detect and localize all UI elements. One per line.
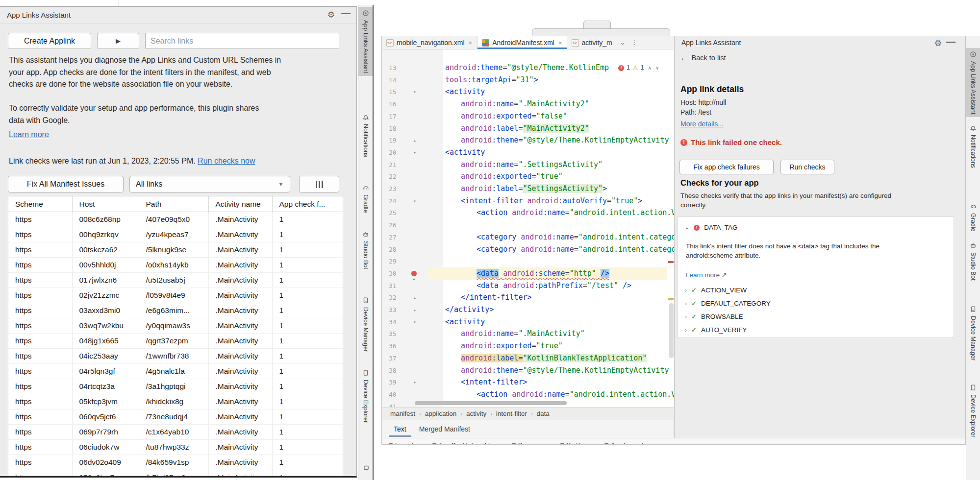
code-line-28[interactable]: 28<category android:name="android.intent… bbox=[382, 243, 674, 256]
sidebar-tab-device-manager[interactable]: Device Manager bbox=[966, 303, 980, 363]
sidebar-tab-app-links-assistant[interactable]: App Links Assistant bbox=[966, 48, 980, 117]
code-line-18[interactable]: 18android:label="MainActivity2" bbox=[382, 122, 674, 135]
table-row[interactable]: https06dv02o409/84k659v1sp.MainActivity1 bbox=[8, 455, 343, 470]
table-row[interactable]: https048jg1x665/qgrt37ezpm.MainActivity1 bbox=[8, 334, 343, 349]
vertical-scrollbar[interactable] bbox=[669, 303, 674, 358]
toolbar-item-app-inspection[interactable]: App Inspection bbox=[604, 440, 652, 445]
table-row[interactable]: https06ciudok7w/tu87hwp33z.MainActivity1 bbox=[8, 440, 343, 455]
code-line-39[interactable]: 39▾<intent-filter> bbox=[382, 376, 674, 388]
table-row[interactable]: https00hq9zrkqv/yzu4kpeas7.MainActivity1 bbox=[8, 227, 343, 242]
toolbar-item-services[interactable]: Services bbox=[512, 440, 542, 445]
toolbar-item-profiler[interactable]: Profiler bbox=[560, 440, 586, 445]
sidebar-tab-studio-bot[interactable]: Studio Bot bbox=[358, 228, 373, 272]
sidebar-tab-device-manager[interactable]: Device Manager bbox=[358, 294, 373, 355]
table-row[interactable]: https017jwlxzn6/u5t2usab5j.MainActivity1 bbox=[8, 273, 343, 288]
code-line-37[interactable]: 37android:label="KotlinBlankTestApplicat… bbox=[382, 352, 674, 364]
table-row[interactable]: https03wq7w2kbu/y0qqimaw3s.MainActivity1 bbox=[8, 318, 343, 334]
run-checks-button[interactable]: Run checks bbox=[780, 160, 834, 174]
table-row[interactable]: https04rtcqtz3a/3a1hgptqgi.MainActivity1 bbox=[8, 379, 343, 394]
error-stripe-mark[interactable] bbox=[668, 261, 674, 263]
sidebar-tab-app-links-assistant[interactable]: App Links Assistant bbox=[358, 7, 373, 76]
sidebar-tab-notifications[interactable]: Notifications bbox=[966, 121, 980, 171]
editor-tab-AndroidManifest.xml[interactable]: AndroidManifest.xml× bbox=[477, 36, 567, 49]
fix-app-check-failures-button[interactable]: Fix app check failures bbox=[679, 160, 774, 174]
passed-check-row-action_view[interactable]: ›✓ACTION_VIEW bbox=[685, 287, 747, 294]
fold-icon[interactable]: ▴ bbox=[413, 304, 416, 316]
table-row[interactable]: https00v5hhld0j/o0xhs14ykb.MainActivity1 bbox=[8, 258, 343, 273]
code-line-26[interactable]: 26 bbox=[382, 219, 674, 231]
search-input[interactable] bbox=[145, 33, 339, 49]
learn-more-link[interactable]: Learn more bbox=[9, 130, 49, 139]
window-titlebar[interactable]: App Links Assistant ⚙ — bbox=[0, 7, 356, 24]
code-line-31[interactable]: 31<data android:pathPrefix="/test" /> bbox=[382, 280, 674, 292]
failed-check-row[interactable]: ⌄ ! DATA_TAG bbox=[685, 224, 737, 231]
fold-icon[interactable]: ▾ bbox=[413, 376, 416, 388]
code-line-24[interactable]: 24▾<intent-filter android:autoVerify="tr… bbox=[382, 195, 674, 207]
table-row[interactable]: https03axxd3mi0/e6g63mim....MainActivity… bbox=[8, 303, 343, 318]
fold-icon[interactable]: ▾ bbox=[413, 86, 416, 98]
sidebar-tab-studio-bot[interactable]: Studio Bot bbox=[966, 239, 980, 284]
code-line-16[interactable]: 16android:name=".MainActivity2" bbox=[382, 98, 674, 110]
code-line-30[interactable]: 30<data android:scheme="http" /> bbox=[382, 267, 674, 280]
links-filter-dropdown[interactable]: All links ▼ bbox=[129, 176, 290, 192]
error-bulb-icon[interactable] bbox=[411, 271, 417, 276]
table-row[interactable]: https00tskcza62/5lknugk9se.MainActivity1 bbox=[8, 242, 343, 258]
code-line-40[interactable]: 40<action android:name="android.intent.a… bbox=[382, 388, 674, 401]
gear-icon[interactable]: ⚙ bbox=[934, 38, 942, 48]
code-line-19[interactable]: 19▴android:theme="@style/Theme.KotlinEmp… bbox=[382, 134, 674, 146]
next-issue-icon[interactable]: ∨ bbox=[655, 62, 659, 74]
fold-icon[interactable]: ▾ bbox=[413, 316, 416, 328]
play-button[interactable]: ▶ bbox=[97, 33, 139, 49]
passed-check-row-browsable[interactable]: ›✓BROWSABLE bbox=[685, 313, 743, 320]
toolbar-item-app-quality-insights[interactable]: App Quality Insights bbox=[432, 440, 493, 445]
close-icon[interactable]: × bbox=[558, 39, 562, 47]
passed-check-row-auto_verify[interactable]: ›✓AUTO_VERIFY bbox=[685, 326, 747, 334]
fold-icon[interactable]: ▾ bbox=[413, 195, 416, 207]
code-line-21[interactable]: 21android:name=".SettingsActivity" bbox=[382, 159, 674, 171]
column-header[interactable]: App check f... bbox=[272, 196, 343, 212]
close-icon[interactable]: × bbox=[469, 39, 473, 47]
table-row[interactable]: https079g9luv7w/h7bd07ox3y.MainActivity1 bbox=[8, 470, 343, 477]
code-line-38[interactable]: 38android:theme="@style/Theme.KotlinEmpt… bbox=[382, 364, 674, 377]
table-row[interactable]: https04r5lqn3gf/4g5nalc1la.MainActivity1 bbox=[8, 364, 343, 379]
gear-icon[interactable]: ⚙ bbox=[327, 10, 335, 20]
breadcrumb-item[interactable]: application bbox=[425, 410, 457, 417]
sidebar-tab-gradle[interactable]: Gradle bbox=[966, 200, 980, 235]
code-line-29[interactable]: 29 bbox=[382, 255, 674, 267]
fold-icon[interactable]: ▴ bbox=[413, 134, 416, 146]
table-row[interactable]: https060qv5jct6/73ne8udqj4.MainActivity1 bbox=[8, 409, 343, 425]
code-line-33[interactable]: 33▴</activity> bbox=[382, 304, 674, 316]
code-line-36[interactable]: 36android:exported="true" bbox=[382, 340, 674, 352]
sidebar-tab-notifications[interactable]: Notifications bbox=[358, 111, 373, 160]
table-row[interactable]: https069p7r79rh/c1x64yab10.MainActivity1 bbox=[8, 425, 343, 440]
editor-tab-activity_m[interactable]: activity_m bbox=[567, 36, 617, 49]
sidebar-tab-device-explorer[interactable]: Device Explorer bbox=[358, 366, 373, 426]
column-header[interactable]: Host bbox=[72, 196, 139, 212]
table-row[interactable]: https008c6z68np/407e09q5x0.MainActivity1 bbox=[8, 212, 343, 227]
code-line-32[interactable]: 32▴</intent-filter> bbox=[382, 291, 674, 304]
table-row[interactable]: https04ic253aay/1wwnfbr738.MainActivity1 bbox=[8, 349, 343, 364]
table-row[interactable]: https05kfcp3jvm/khidckix8g.MainActivity1 bbox=[8, 394, 343, 409]
column-settings-button[interactable] bbox=[299, 176, 339, 192]
code-line-34[interactable]: 34▾<activity bbox=[382, 316, 674, 328]
bottom-tab-merged-manifest[interactable]: Merged Manifest bbox=[419, 425, 470, 433]
table-row[interactable]: https02jv21zzmc/l059v8t4e9.MainActivity1 bbox=[8, 288, 343, 303]
code-line-27[interactable]: 27<category android:name="android.intent… bbox=[382, 231, 674, 243]
code-line-17[interactable]: 17android:exported="false" bbox=[382, 110, 674, 122]
code-line-20[interactable]: 20▾<activity bbox=[382, 146, 674, 159]
inspection-widget[interactable]: !1⚠1∧∨ bbox=[618, 62, 659, 74]
passed-check-row-default_category[interactable]: ›✓DEFAULT_CATEGORY bbox=[685, 300, 771, 307]
breadcrumb-item[interactable]: data bbox=[537, 410, 550, 417]
code-line-13[interactable]: 13android:theme="@style/Theme.KotlinEmp!… bbox=[382, 62, 674, 74]
code-line-22[interactable]: 22android:exported="true" bbox=[382, 170, 674, 183]
sidebar-tab-gradle[interactable]: Gradle bbox=[358, 181, 373, 216]
editor-tab-mobile_navigation.xml[interactable]: mobile_navigation.xml× bbox=[382, 36, 477, 49]
code-line-25[interactable]: 25<action android:name="android.intent.a… bbox=[382, 207, 674, 219]
breadcrumb-item[interactable]: intent-filter bbox=[496, 410, 527, 417]
breadcrumb-item[interactable]: manifest bbox=[390, 410, 415, 417]
sidebar-tab-device-explorer[interactable]: Device Explorer bbox=[966, 381, 980, 440]
toolbar-item-logcat[interactable]: Logcat bbox=[389, 440, 414, 445]
run-checks-now-link[interactable]: Run checks now bbox=[198, 157, 255, 165]
prev-issue-icon[interactable]: ∧ bbox=[648, 62, 652, 74]
horizontal-scrollbar[interactable] bbox=[415, 401, 567, 405]
